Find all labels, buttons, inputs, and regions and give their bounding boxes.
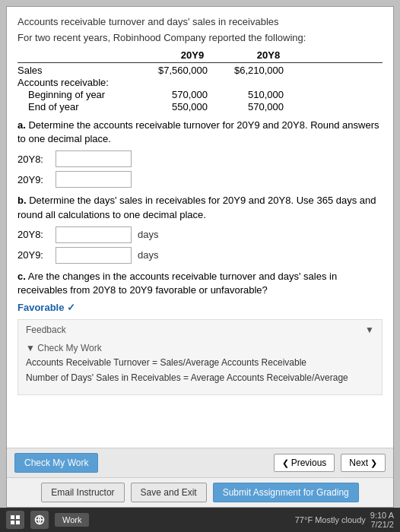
- question-c-label: c.: [17, 271, 26, 282]
- bottom-nav-bar: Check My Work ❮ Previous Next ❯: [7, 448, 393, 477]
- question-b-text: b. Determine the days' sales in receivab…: [17, 194, 383, 221]
- svg-rect-3: [16, 521, 20, 524]
- next-arrow-icon: ❯: [370, 458, 377, 468]
- answer-input-20y8-a[interactable]: [56, 150, 132, 167]
- nav-section: ❮ Previous Next ❯: [274, 454, 386, 472]
- row-val2: 570,000: [230, 101, 306, 112]
- svg-rect-2: [11, 521, 14, 524]
- row-val2: 510,000: [230, 89, 306, 100]
- taskbar-browser-icon[interactable]: [30, 511, 49, 529]
- col3-header: 20Y8: [230, 49, 306, 61]
- question-c-section: c. Are the changes in the accounts recei…: [17, 270, 383, 313]
- action-bar: Email Instructor Save and Exit Submit As…: [7, 477, 393, 507]
- svg-rect-0: [11, 515, 14, 519]
- previous-button[interactable]: ❮ Previous: [274, 454, 335, 472]
- taskbar-left: Work: [6, 511, 89, 529]
- row-val2: [230, 77, 306, 88]
- checkmark-icon: ✓: [67, 302, 75, 313]
- answer-input-20y9-b[interactable]: [56, 247, 132, 264]
- check-work-header: ▼ Check My Work: [26, 343, 374, 353]
- table-row: Sales $7,560,000 $6,210,000: [17, 65, 383, 76]
- question-a-label: a.: [17, 119, 26, 131]
- question-a-input-row-1: 20Y8:: [17, 150, 383, 167]
- year-label-20y8-b: 20Y8:: [17, 229, 49, 240]
- weather-display: 77°F Mostly cloudy: [295, 515, 366, 524]
- date-display: 7/21/2: [370, 520, 394, 529]
- taskbar-start-icon[interactable]: [6, 511, 24, 529]
- taskbar-right: 77°F Mostly cloudy 9:10 A 7/21/2: [295, 511, 394, 529]
- feedback-arrow-icon[interactable]: ▼: [365, 325, 374, 335]
- question-b-body: Determine the days' sales in receivables…: [17, 195, 376, 220]
- taskbar: Work 77°F Mostly cloudy 9:10 A 7/21/2: [0, 508, 400, 532]
- table-row: End of year 550,000 570,000: [17, 101, 383, 112]
- col2-header: 20Y9: [154, 49, 230, 61]
- next-button[interactable]: Next ❯: [341, 454, 386, 472]
- formula-2: Number of Days' Sales in Receivables = A…: [26, 372, 374, 385]
- answer-input-20y8-b[interactable]: [56, 226, 132, 243]
- email-instructor-button[interactable]: Email Instructor: [41, 483, 124, 502]
- check-my-work-button[interactable]: Check My Work: [14, 453, 98, 473]
- previous-label: Previous: [291, 458, 327, 468]
- prev-arrow-icon: ❮: [282, 458, 289, 468]
- col1-header: [17, 49, 154, 61]
- submit-button[interactable]: Submit Assignment for Grading: [213, 483, 359, 502]
- row-val1: $7,560,000: [154, 65, 230, 76]
- feedback-label: Feedback: [26, 325, 66, 335]
- table-row: Accounts receivable:: [17, 77, 383, 88]
- row-label: Accounts receivable:: [17, 77, 154, 88]
- svg-rect-1: [16, 515, 20, 519]
- row-label: Sales: [17, 65, 154, 76]
- question-a-input-row-2: 20Y9:: [17, 171, 383, 188]
- question-b-input-row-2: 20Y9: days: [17, 247, 383, 264]
- feedback-section: Feedback ▼ ▼ Check My Work Accounts Rece…: [17, 319, 383, 395]
- unit-label-days-1: days: [138, 229, 158, 240]
- next-label: Next: [349, 458, 368, 468]
- unit-label-days-2: days: [138, 249, 158, 261]
- formula-1: Accounts Receivable Turnover = Sales/Ave…: [26, 356, 374, 369]
- row-label: End of year: [17, 101, 154, 112]
- check-my-work-section: ▼ Check My Work Accounts Receivable Turn…: [26, 340, 374, 390]
- row-label: Beginning of year: [17, 89, 154, 100]
- feedback-header: Feedback ▼: [26, 325, 374, 335]
- question-b-input-row-1: 20Y8: days: [17, 226, 383, 243]
- question-a-body: Determine the accounts receivable turnov…: [17, 119, 379, 144]
- row-val1: [154, 77, 230, 88]
- page-title: Accounts receivable turnover and days' s…: [17, 16, 383, 27]
- save-and-exit-button[interactable]: Save and Exit: [131, 483, 207, 502]
- year-label-20y9-a: 20Y9:: [17, 174, 49, 185]
- taskbar-work-button[interactable]: Work: [55, 513, 89, 527]
- table-row: Beginning of year 570,000 510,000: [17, 89, 383, 100]
- time-display: 9:10 A: [370, 511, 394, 520]
- question-b-label: b.: [17, 195, 27, 206]
- question-c-text: c. Are the changes in the accounts recei…: [17, 270, 383, 297]
- answer-input-20y9-a[interactable]: [56, 171, 132, 188]
- year-label-20y9-b: 20Y9:: [17, 249, 49, 261]
- question-c-body: Are the changes in the accounts receivab…: [17, 271, 337, 296]
- row-val1: 570,000: [154, 89, 230, 100]
- favorable-answer: Favorable: [17, 302, 64, 313]
- year-label-20y8-a: 20Y8:: [17, 154, 49, 165]
- row-val1: 550,000: [154, 101, 230, 112]
- row-val2: $6,210,000: [230, 65, 306, 76]
- subtitle: For two recent years, Robinhood Company …: [17, 32, 383, 43]
- question-a-text: a. Determine the accounts receivable tur…: [17, 119, 383, 146]
- table-header: 20Y9 20Y8: [17, 49, 383, 63]
